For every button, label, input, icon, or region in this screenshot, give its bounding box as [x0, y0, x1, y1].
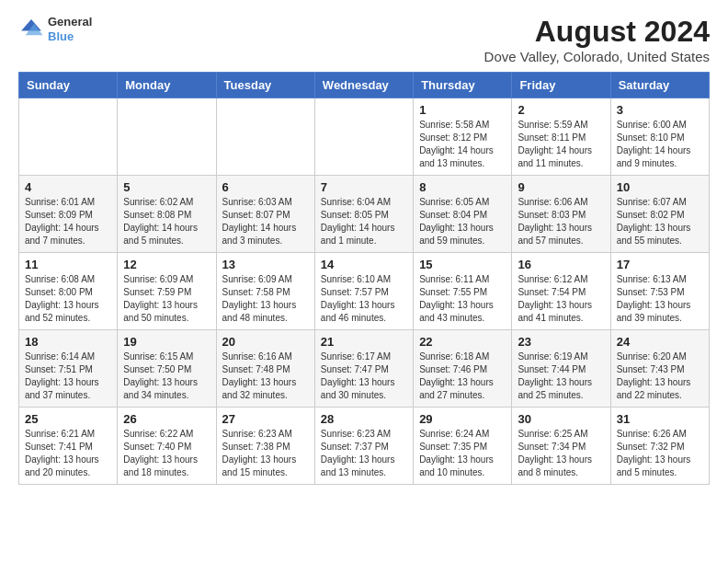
cell-content: Sunrise: 6:19 AM Sunset: 7:44 PM Dayligh…: [518, 350, 604, 402]
day-header-sunday: Sunday: [19, 73, 118, 98]
logo: General Blue: [18, 15, 92, 43]
day-number: 2: [518, 103, 604, 117]
calendar-cell: 27Sunrise: 6:23 AM Sunset: 7:38 PM Dayli…: [216, 408, 314, 485]
day-number: 4: [25, 180, 111, 194]
cell-content: Sunrise: 6:00 AM Sunset: 8:10 PM Dayligh…: [617, 119, 703, 170]
calendar-cell: 9Sunrise: 6:06 AM Sunset: 8:03 PM Daylig…: [512, 176, 610, 253]
calendar-cell: 14Sunrise: 6:10 AM Sunset: 7:57 PM Dayli…: [314, 253, 413, 330]
calendar-cell: 12Sunrise: 6:09 AM Sunset: 7:59 PM Dayli…: [118, 253, 216, 330]
calendar-cell: 3Sunrise: 6:00 AM Sunset: 8:10 PM Daylig…: [610, 98, 709, 176]
day-number: 23: [518, 335, 604, 349]
calendar-week-2: 4Sunrise: 6:01 AM Sunset: 8:09 PM Daylig…: [19, 176, 710, 253]
cell-content: Sunrise: 6:25 AM Sunset: 7:34 PM Dayligh…: [518, 428, 604, 479]
day-number: 7: [321, 180, 407, 194]
calendar-cell: [216, 98, 314, 176]
cell-content: Sunrise: 6:03 AM Sunset: 8:07 PM Dayligh…: [222, 196, 309, 247]
day-header-saturday: Saturday: [610, 73, 709, 98]
cell-content: Sunrise: 6:13 AM Sunset: 7:53 PM Dayligh…: [617, 273, 703, 325]
day-number: 14: [321, 258, 407, 271]
calendar-cell: 19Sunrise: 6:15 AM Sunset: 7:50 PM Dayli…: [118, 330, 216, 408]
header: General Blue August 2024 Dove Valley, Co…: [18, 15, 710, 64]
day-number: 12: [123, 258, 210, 271]
day-number: 29: [419, 412, 506, 426]
calendar-cell: 25Sunrise: 6:21 AM Sunset: 7:41 PM Dayli…: [19, 408, 118, 485]
calendar-header-row: SundayMondayTuesdayWednesdayThursdayFrid…: [19, 73, 710, 98]
day-number: 1: [419, 103, 506, 117]
day-number: 22: [419, 335, 506, 349]
calendar-week-5: 25Sunrise: 6:21 AM Sunset: 7:41 PM Dayli…: [19, 408, 710, 485]
cell-content: Sunrise: 6:18 AM Sunset: 7:46 PM Dayligh…: [419, 350, 506, 402]
logo-blue-text: Blue: [48, 29, 92, 44]
cell-content: Sunrise: 6:02 AM Sunset: 8:08 PM Dayligh…: [123, 196, 210, 247]
logo-general-text: General: [48, 15, 92, 29]
cell-content: Sunrise: 6:20 AM Sunset: 7:43 PM Dayligh…: [617, 350, 703, 402]
day-number: 18: [25, 335, 111, 349]
day-number: 20: [222, 335, 309, 349]
calendar-cell: 31Sunrise: 6:26 AM Sunset: 7:32 PM Dayli…: [610, 408, 709, 485]
calendar-cell: 10Sunrise: 6:07 AM Sunset: 8:02 PM Dayli…: [610, 176, 709, 253]
cell-content: Sunrise: 6:11 AM Sunset: 7:55 PM Dayligh…: [419, 273, 506, 325]
calendar-cell: 2Sunrise: 5:59 AM Sunset: 8:11 PM Daylig…: [512, 98, 610, 176]
cell-content: Sunrise: 6:10 AM Sunset: 7:57 PM Dayligh…: [321, 273, 407, 325]
calendar-cell: 7Sunrise: 6:04 AM Sunset: 8:05 PM Daylig…: [314, 176, 413, 253]
cell-content: Sunrise: 5:59 AM Sunset: 8:11 PM Dayligh…: [518, 119, 604, 170]
cell-content: Sunrise: 6:23 AM Sunset: 7:38 PM Dayligh…: [222, 428, 309, 479]
cell-content: Sunrise: 6:12 AM Sunset: 7:54 PM Dayligh…: [518, 273, 604, 325]
day-number: 13: [222, 258, 309, 271]
day-number: 5: [123, 180, 210, 194]
cell-content: Sunrise: 6:14 AM Sunset: 7:51 PM Dayligh…: [25, 350, 111, 402]
day-number: 30: [518, 412, 604, 426]
cell-content: Sunrise: 6:26 AM Sunset: 7:32 PM Dayligh…: [617, 428, 703, 479]
main-title: August 2024: [484, 15, 710, 49]
cell-content: Sunrise: 6:09 AM Sunset: 7:59 PM Dayligh…: [123, 273, 210, 325]
cell-content: Sunrise: 6:24 AM Sunset: 7:35 PM Dayligh…: [419, 428, 506, 479]
cell-content: Sunrise: 6:22 AM Sunset: 7:40 PM Dayligh…: [123, 428, 210, 479]
cell-content: Sunrise: 6:09 AM Sunset: 7:58 PM Dayligh…: [222, 273, 309, 325]
day-number: 27: [222, 412, 309, 426]
day-number: 25: [25, 412, 111, 426]
day-number: 11: [25, 258, 111, 271]
day-number: 17: [617, 258, 703, 271]
cell-content: Sunrise: 6:21 AM Sunset: 7:41 PM Dayligh…: [25, 428, 111, 479]
day-number: 3: [617, 103, 703, 117]
day-number: 19: [123, 335, 210, 349]
calendar-cell: 18Sunrise: 6:14 AM Sunset: 7:51 PM Dayli…: [19, 330, 118, 408]
cell-content: Sunrise: 6:15 AM Sunset: 7:50 PM Dayligh…: [123, 350, 210, 402]
calendar-cell: 1Sunrise: 5:58 AM Sunset: 8:12 PM Daylig…: [414, 98, 512, 176]
calendar-cell: 22Sunrise: 6:18 AM Sunset: 7:46 PM Dayli…: [414, 330, 512, 408]
calendar: SundayMondayTuesdayWednesdayThursdayFrid…: [18, 72, 710, 485]
day-number: 8: [419, 180, 506, 194]
day-number: 21: [321, 335, 407, 349]
day-number: 10: [617, 180, 703, 194]
calendar-cell: 15Sunrise: 6:11 AM Sunset: 7:55 PM Dayli…: [414, 253, 512, 330]
calendar-week-1: 1Sunrise: 5:58 AM Sunset: 8:12 PM Daylig…: [19, 98, 710, 176]
day-header-friday: Friday: [512, 73, 610, 98]
calendar-cell: [314, 98, 413, 176]
calendar-cell: 23Sunrise: 6:19 AM Sunset: 7:44 PM Dayli…: [512, 330, 610, 408]
cell-content: Sunrise: 6:08 AM Sunset: 8:00 PM Dayligh…: [25, 273, 111, 325]
cell-content: Sunrise: 6:07 AM Sunset: 8:02 PM Dayligh…: [617, 196, 703, 247]
calendar-cell: 24Sunrise: 6:20 AM Sunset: 7:43 PM Dayli…: [610, 330, 709, 408]
calendar-cell: 5Sunrise: 6:02 AM Sunset: 8:08 PM Daylig…: [118, 176, 216, 253]
calendar-week-4: 18Sunrise: 6:14 AM Sunset: 7:51 PM Dayli…: [19, 330, 710, 408]
calendar-cell: 28Sunrise: 6:23 AM Sunset: 7:37 PM Dayli…: [314, 408, 413, 485]
subtitle: Dove Valley, Colorado, United States: [484, 49, 710, 64]
calendar-cell: [118, 98, 216, 176]
day-number: 24: [617, 335, 703, 349]
calendar-cell: 21Sunrise: 6:17 AM Sunset: 7:47 PM Dayli…: [314, 330, 413, 408]
logo-icon: [18, 17, 44, 42]
calendar-week-3: 11Sunrise: 6:08 AM Sunset: 8:00 PM Dayli…: [19, 253, 710, 330]
calendar-cell: 11Sunrise: 6:08 AM Sunset: 8:00 PM Dayli…: [19, 253, 118, 330]
cell-content: Sunrise: 6:23 AM Sunset: 7:37 PM Dayligh…: [321, 428, 407, 479]
cell-content: Sunrise: 5:58 AM Sunset: 8:12 PM Dayligh…: [419, 119, 506, 170]
calendar-cell: 13Sunrise: 6:09 AM Sunset: 7:58 PM Dayli…: [216, 253, 314, 330]
day-number: 26: [123, 412, 210, 426]
calendar-cell: 20Sunrise: 6:16 AM Sunset: 7:48 PM Dayli…: [216, 330, 314, 408]
day-number: 6: [222, 180, 309, 194]
calendar-cell: 17Sunrise: 6:13 AM Sunset: 7:53 PM Dayli…: [610, 253, 709, 330]
cell-content: Sunrise: 6:04 AM Sunset: 8:05 PM Dayligh…: [321, 196, 407, 247]
calendar-cell: 6Sunrise: 6:03 AM Sunset: 8:07 PM Daylig…: [216, 176, 314, 253]
day-number: 28: [321, 412, 407, 426]
calendar-cell: 30Sunrise: 6:25 AM Sunset: 7:34 PM Dayli…: [512, 408, 610, 485]
day-header-thursday: Thursday: [414, 73, 512, 98]
